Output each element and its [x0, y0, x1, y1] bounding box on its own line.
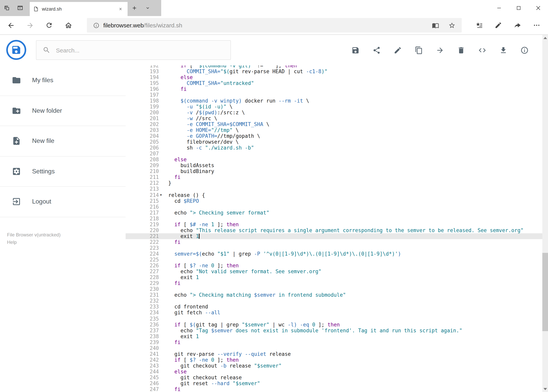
code-line[interactable]: 241 git rev-parse --verify --quiet relea… — [126, 351, 542, 357]
code-line[interactable]: 227 echo "Not valid semver format. See s… — [126, 268, 542, 274]
code-line[interactable]: 239 fi — [126, 339, 542, 345]
sidebar-item-my-files[interactable]: My files — [0, 65, 126, 96]
search-input[interactable] — [56, 47, 224, 53]
code-line[interactable]: 234 git fetch --all — [126, 310, 542, 316]
code-line[interactable]: 242 if [ $? -ne 0 ]; then — [126, 357, 542, 363]
page-scrollbar[interactable] — [542, 35, 548, 392]
sidebar-item-settings[interactable]: Settings — [0, 156, 126, 187]
share-page-button[interactable] — [510, 17, 525, 33]
code-line[interactable]: 218 — [126, 216, 542, 221]
code-line[interactable]: 203 -e HOME="//tmp" \ — [126, 127, 542, 133]
code-line[interactable]: 209 buildAssets — [126, 163, 542, 168]
favorite-button[interactable] — [448, 22, 455, 29]
home-button[interactable] — [61, 17, 76, 33]
code-line[interactable]: 198 $(command -v winpty) docker run --rm… — [126, 98, 542, 104]
scrollbar-thumb[interactable] — [542, 253, 548, 331]
code-line[interactable]: 231 echo "> Checking matching $semver in… — [126, 292, 542, 298]
code-line[interactable]: 238 exit 1 — [126, 333, 542, 339]
code-line[interactable]: 232 — [126, 298, 542, 304]
code-line[interactable]: 243 git checkout -b release "$semver" — [126, 363, 542, 369]
code-line[interactable]: 210 buildBinary — [126, 168, 542, 174]
code-line[interactable]: 247 fi — [126, 386, 542, 392]
code-line[interactable]: 205 filebrowser/dev \ — [126, 139, 542, 145]
code-line[interactable]: 208 else — [126, 157, 542, 163]
maximize-button[interactable] — [509, 0, 528, 16]
minimize-button[interactable] — [489, 0, 509, 16]
code-line[interactable]: 224 semver=$(echo "$1" | grep -P '^v(0|[… — [126, 251, 542, 257]
code-line[interactable]: 199 -u "$(id -u)" \ — [126, 104, 542, 110]
code-line[interactable]: 236 if [ $(git tag | grep "$semver" | wc… — [126, 322, 542, 327]
hub-button[interactable] — [471, 17, 487, 33]
code-line[interactable]: 244 else — [126, 369, 542, 375]
code-line[interactable]: 195 COMMIT_SHA="untracked" — [126, 80, 542, 86]
switch-view-button[interactable] — [478, 46, 486, 54]
code-line[interactable]: 216 — [126, 204, 542, 210]
code-line[interactable]: 212} — [126, 180, 542, 186]
scroll-up-button[interactable] — [542, 35, 548, 41]
code-line[interactable]: 206 sh -c "./wizard.sh -b" — [126, 145, 542, 151]
search-box[interactable] — [36, 40, 231, 60]
forward-button[interactable] — [22, 17, 38, 33]
code-line[interactable]: 217 echo "> Checking semver format" — [126, 210, 542, 216]
tab-preview-toggle-button[interactable] — [141, 0, 154, 16]
close-window-button[interactable] — [528, 0, 548, 16]
fold-marker-icon[interactable]: ▾ — [160, 192, 162, 198]
code-line[interactable]: 221 exit 1 — [126, 233, 542, 239]
code-line[interactable]: 215 cd $REPO — [126, 198, 542, 204]
code-line[interactable]: 225 — [126, 257, 542, 263]
refresh-button[interactable] — [42, 17, 57, 33]
code-line[interactable]: 229 fi — [126, 280, 542, 286]
browser-tab[interactable]: wizard.sh — [30, 2, 128, 16]
web-note-button[interactable] — [491, 17, 506, 33]
code-line[interactable]: 219 if [ $# -ne 1 ]; then — [126, 222, 542, 227]
more-button[interactable] — [529, 17, 544, 33]
tab-preview-button[interactable] — [13, 0, 27, 16]
code-line[interactable]: 213 — [126, 186, 542, 192]
code-line[interactable]: 193 COMMIT_SHA="$(git rev-parse HEAD | c… — [126, 68, 542, 74]
code-line[interactable]: 246 git reset --hard "$semver" — [126, 380, 542, 386]
app-logo[interactable] — [6, 40, 26, 60]
tabs-set-aside-button[interactable] — [0, 0, 13, 16]
new-tab-button[interactable] — [128, 0, 141, 16]
address-bar[interactable]: filebrowser.web/files/wizard.sh — [87, 18, 462, 33]
code-line[interactable]: 204 -e GOPATH=//tmp/gopath \ — [126, 133, 542, 139]
code-line[interactable]: 222 fi — [126, 239, 542, 245]
sidebar-item-logout[interactable]: Logout — [0, 187, 126, 217]
code-line[interactable]: 201 -w //src \ — [126, 115, 542, 121]
code-line[interactable]: 207 — [126, 151, 542, 157]
code-line[interactable]: 220 echo "This release script requires a… — [126, 227, 542, 233]
delete-button[interactable] — [457, 46, 465, 54]
code-line[interactable]: 245 git checkout release — [126, 375, 542, 380]
code-line[interactable]: 228 exit 1 — [126, 274, 542, 280]
code-line[interactable]: 196 fi — [126, 86, 542, 92]
code-line[interactable]: 223 — [126, 245, 542, 251]
code-line[interactable]: 233 cd frontend — [126, 304, 542, 310]
download-button[interactable] — [499, 46, 507, 54]
code-line[interactable]: 226 if [ $? -ne 0 ]; then — [126, 263, 542, 268]
code-line[interactable]: 214▾release () { — [126, 192, 542, 198]
code-line[interactable]: 230 — [126, 286, 542, 292]
save-button[interactable] — [351, 46, 359, 54]
back-button[interactable] — [3, 17, 19, 33]
code-line[interactable]: 200 -v /$(pwd):/src:z \ — [126, 110, 542, 115]
move-button[interactable] — [436, 46, 444, 54]
code-line[interactable]: 192 if [ "$(command -v git)" != "" ]; th… — [126, 65, 542, 68]
code-line[interactable]: 235 — [126, 316, 542, 322]
sidebar-item-new-folder[interactable]: New folder — [0, 96, 126, 126]
scroll-down-button[interactable] — [542, 386, 548, 392]
rename-button[interactable] — [393, 46, 402, 54]
share-button[interactable] — [372, 46, 381, 54]
code-line[interactable]: 194 else — [126, 74, 542, 80]
reading-view-button[interactable] — [432, 22, 439, 29]
code-line[interactable]: 237 echo "Tag $semver does not exist in … — [126, 327, 542, 333]
code-editor[interactable]: 192 if [ "$(command -v git)" != "" ]; th… — [126, 65, 542, 392]
help-link[interactable]: Help — [7, 239, 61, 246]
code-line[interactable]: 202 -e COMMIT_SHA=$COMMIT_SHA \ — [126, 121, 542, 127]
info-button[interactable] — [520, 46, 528, 54]
copy-button[interactable] — [415, 46, 423, 54]
sidebar-item-new-file[interactable]: New file — [0, 126, 126, 156]
code-line[interactable]: 240 — [126, 345, 542, 351]
tab-close-button[interactable] — [117, 6, 124, 13]
site-info-icon[interactable] — [93, 22, 99, 28]
code-line[interactable]: 197 — [126, 92, 542, 98]
